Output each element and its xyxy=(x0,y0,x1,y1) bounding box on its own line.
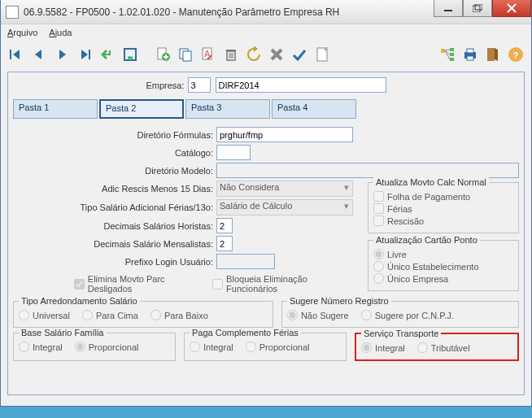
para-cima-radio[interactable]: Para Cima xyxy=(82,310,138,320)
decimais-horistas-input[interactable] xyxy=(216,218,233,233)
sugere-cnpj-radio[interactable]: Sugere por C.N.P.J. xyxy=(361,310,454,320)
svg-marker-5 xyxy=(13,50,20,59)
rescisao-checkbox[interactable]: Rescisão xyxy=(373,216,513,226)
prefixo-label: Prefixo Login Usuário: xyxy=(13,257,216,267)
toolbar: A ? xyxy=(1,41,531,68)
menu-ajuda[interactable]: Ajuda xyxy=(49,28,72,37)
atualiza-cartao-legend: Atualização Cartão Ponto xyxy=(373,235,480,245)
tab-pasta4[interactable]: Pasta 4 xyxy=(272,99,356,119)
paga-complemento-fieldset: Paga Complemento Férias Integral Proporc… xyxy=(184,333,347,361)
svg-text:?: ? xyxy=(513,50,519,60)
decimais-mensalistas-input[interactable] xyxy=(216,236,233,251)
copy-icon[interactable] xyxy=(175,44,196,65)
svg-rect-1 xyxy=(475,4,482,10)
minimize-button[interactable] xyxy=(434,0,463,17)
elimina-movto-checkbox[interactable]: Elimina Movto Parc Desligados xyxy=(74,274,203,294)
app-icon xyxy=(6,6,19,19)
menu-arquivo[interactable]: Arquivo xyxy=(7,28,37,37)
livre-radio[interactable]: Livre xyxy=(373,249,513,259)
edit-icon[interactable]: A xyxy=(198,44,219,65)
first-record-icon[interactable] xyxy=(6,44,27,65)
tabs: Pasta 1 Pasta 2 Pasta 3 Pasta 4 xyxy=(13,99,519,119)
prev-record-icon[interactable] xyxy=(28,44,50,65)
tab-pasta2[interactable]: Pasta 2 xyxy=(99,99,184,119)
cancel-icon[interactable] xyxy=(266,44,287,65)
unico-estab-radio[interactable]: Único Estabelecimento xyxy=(373,261,513,272)
svg-rect-40 xyxy=(487,48,495,61)
sugere-legend: Sugere Número Registro xyxy=(287,296,391,306)
tipo-salario-label: Tipo Salário Adicional Férias/13o: xyxy=(13,202,216,212)
titlebar: 06.9.5582 - FP0500 - 1.02.01.020 - Manut… xyxy=(1,0,531,24)
empresa-name-input[interactable] xyxy=(216,77,386,93)
tab-pasta3[interactable]: Pasta 3 xyxy=(185,99,270,119)
exit-icon[interactable] xyxy=(482,44,504,65)
return-icon[interactable] xyxy=(97,44,118,65)
svg-marker-41 xyxy=(495,48,498,61)
svg-rect-30 xyxy=(441,49,445,53)
adic-rescis-label: Adic Rescis Menos 15 Dias: xyxy=(13,184,216,194)
next-record-icon[interactable] xyxy=(51,44,72,65)
paga-complemento-legend: Paga Complemento Férias xyxy=(190,328,301,337)
svg-rect-32 xyxy=(450,53,454,56)
diretorio-modelo-label: Diretório Modelo: xyxy=(13,166,216,176)
universal-radio[interactable]: Universal xyxy=(19,310,70,320)
svg-rect-33 xyxy=(450,58,454,61)
base-proporcional-radio[interactable]: Proporcional xyxy=(75,342,139,352)
svg-line-36 xyxy=(445,50,450,59)
diretorio-modelo-input[interactable] xyxy=(216,163,519,178)
sugere-numero-fieldset: Sugere Número Registro Não Sugere Sugere… xyxy=(281,301,519,328)
confirm-icon[interactable] xyxy=(289,44,310,65)
bloqueia-checkbox[interactable]: Bloqueia Eliminação Funcionários xyxy=(212,274,351,294)
decimais-mensalistas-label: Decimais Salário Mensalistas: xyxy=(13,239,216,249)
close-button[interactable] xyxy=(492,0,531,17)
servico-transporte-fieldset: Serviço Transporte Integral Tributável xyxy=(355,333,519,361)
svg-rect-31 xyxy=(450,48,454,51)
tab-pasta1[interactable]: Pasta 1 xyxy=(13,99,98,119)
window-title: 06.9.5582 - FP0500 - 1.02.01.020 - Manut… xyxy=(24,7,434,18)
undo-icon[interactable] xyxy=(243,44,264,65)
print-icon[interactable] xyxy=(460,44,481,65)
atualiza-movto-fieldset: Atualiza Movto Calc Normal Folha de Paga… xyxy=(368,182,519,233)
svg-rect-38 xyxy=(467,49,473,53)
base-integral-radio[interactable]: Integral xyxy=(19,342,63,352)
search-icon[interactable] xyxy=(120,44,141,65)
maximize-button[interactable] xyxy=(463,0,492,17)
adic-rescis-select[interactable]: Não Considera xyxy=(216,181,353,197)
svg-rect-39 xyxy=(467,56,473,60)
svg-rect-0 xyxy=(473,6,480,12)
nao-sugere-radio[interactable]: Não Sugere xyxy=(287,310,349,320)
paga-proporcional-radio[interactable]: Proporcional xyxy=(246,342,310,352)
svg-marker-6 xyxy=(35,50,41,59)
content-panel: Empresa: Pasta 1 Pasta 2 Pasta 3 Pasta 4… xyxy=(7,72,525,395)
transporte-tributavel-radio[interactable]: Tributável xyxy=(417,342,470,353)
help-icon[interactable]: ? xyxy=(505,44,526,65)
svg-rect-17 xyxy=(183,51,191,61)
svg-rect-4 xyxy=(10,50,11,59)
unico-empresa-radio[interactable]: Único Empresa xyxy=(373,273,513,284)
svg-rect-9 xyxy=(89,50,90,59)
svg-line-34 xyxy=(445,50,450,50)
tipo-arredondamento-fieldset: Tipo Arredondamento Salário Universal Pa… xyxy=(13,301,273,328)
ferias-checkbox[interactable]: Férias xyxy=(373,203,513,214)
prefixo-input[interactable] xyxy=(216,254,275,269)
menubar: Arquivo Ajuda xyxy=(1,24,531,41)
new-icon[interactable] xyxy=(152,44,173,65)
delete-icon[interactable] xyxy=(220,44,242,65)
catalogo-input[interactable] xyxy=(216,145,251,160)
empresa-code-input[interactable] xyxy=(188,77,211,93)
tipo-salario-select[interactable]: Salário de Cálculo xyxy=(216,199,353,216)
base-salario-legend: Base Salário Família xyxy=(19,328,107,337)
paga-integral-radio[interactable]: Integral xyxy=(190,342,233,352)
svg-marker-7 xyxy=(59,50,66,59)
para-baixo-radio[interactable]: Para Baixo xyxy=(150,310,208,320)
diretorio-formulas-input[interactable] xyxy=(216,127,353,142)
tree-icon[interactable] xyxy=(437,44,458,65)
last-record-icon[interactable] xyxy=(74,44,95,65)
decimais-horistas-label: Decimais Salários Horistas: xyxy=(13,221,216,231)
svg-marker-8 xyxy=(81,50,88,59)
document-icon[interactable] xyxy=(312,44,333,65)
transporte-integral-radio[interactable]: Integral xyxy=(361,342,405,353)
svg-rect-22 xyxy=(226,50,236,51)
atualiza-movto-legend: Atualiza Movto Calc Normal xyxy=(373,177,489,187)
folha-checkbox[interactable]: Folha de Pagamento xyxy=(373,191,513,202)
